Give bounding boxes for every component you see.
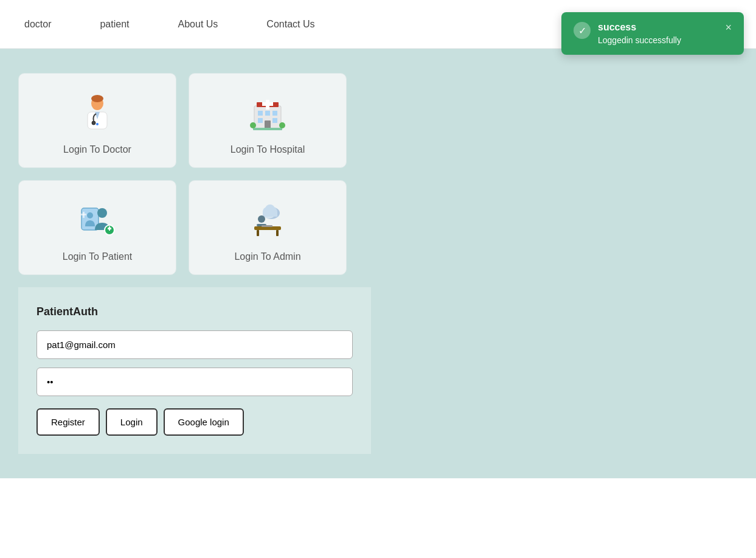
- svg-point-38: [258, 215, 265, 223]
- toast-close-button[interactable]: ×: [725, 22, 732, 33]
- svg-point-18: [279, 122, 285, 128]
- toast-notification: ✓ success Loggedin successfully ×: [561, 12, 744, 55]
- svg-point-4: [92, 121, 95, 125]
- patient-icon: [76, 199, 119, 242]
- toast-title: success: [598, 22, 718, 33]
- auth-section: PatientAuth Register Login Google login: [18, 287, 371, 454]
- password-input[interactable]: [36, 368, 353, 396]
- card-doctor[interactable]: Login To Doctor: [18, 73, 176, 168]
- svg-rect-22: [81, 214, 86, 215]
- toast-message: Loggedin successfully: [598, 35, 718, 45]
- admin-icon: [246, 199, 289, 242]
- svg-rect-13: [258, 118, 263, 123]
- card-doctor-label: Login To Doctor: [63, 144, 131, 155]
- toast-success-icon: ✓: [574, 22, 591, 39]
- svg-rect-14: [272, 118, 277, 123]
- svg-point-1: [91, 95, 103, 102]
- doctor-icon: [76, 92, 119, 134]
- card-hospital[interactable]: Login To Hospital: [189, 73, 347, 168]
- svg-rect-10: [258, 111, 263, 116]
- nav-links: doctor patient About Us Contact Us: [24, 19, 314, 30]
- svg-rect-12: [272, 111, 277, 116]
- svg-point-5: [96, 123, 99, 125]
- svg-rect-31: [276, 230, 279, 236]
- main-area: Login To Doctor: [0, 49, 756, 478]
- svg-rect-9: [262, 102, 273, 106]
- toast-content: success Loggedin successfully: [598, 22, 718, 45]
- register-button[interactable]: Register: [36, 408, 100, 436]
- nav-link-contact[interactable]: Contact Us: [266, 19, 314, 30]
- svg-rect-16: [253, 128, 282, 130]
- svg-rect-28: [109, 227, 110, 229]
- card-hospital-label: Login To Hospital: [231, 144, 305, 155]
- nav-link-doctor[interactable]: doctor: [24, 19, 51, 30]
- svg-point-17: [250, 122, 256, 128]
- auth-buttons: Register Login Google login: [36, 408, 353, 436]
- nav-link-about[interactable]: About Us: [178, 19, 218, 30]
- login-cards-grid: Login To Doctor: [18, 73, 738, 275]
- svg-point-23: [97, 208, 107, 218]
- card-patient[interactable]: Login To Patient: [18, 180, 176, 275]
- svg-rect-11: [265, 111, 270, 116]
- svg-rect-37: [263, 212, 277, 217]
- svg-rect-15: [265, 120, 271, 129]
- auth-section-title: PatientAuth: [36, 305, 353, 318]
- login-button[interactable]: Login: [106, 408, 158, 436]
- email-input[interactable]: [36, 330, 353, 359]
- svg-rect-30: [257, 230, 259, 236]
- google-login-button[interactable]: Google login: [164, 408, 244, 436]
- nav-link-patient[interactable]: patient: [100, 19, 129, 30]
- hospital-icon: [246, 92, 289, 134]
- svg-rect-40: [262, 225, 272, 227]
- card-patient-label: Login To Patient: [63, 251, 132, 262]
- card-admin[interactable]: Login To Admin: [189, 180, 347, 275]
- card-admin-label: Login To Admin: [234, 251, 300, 262]
- svg-point-20: [87, 212, 93, 218]
